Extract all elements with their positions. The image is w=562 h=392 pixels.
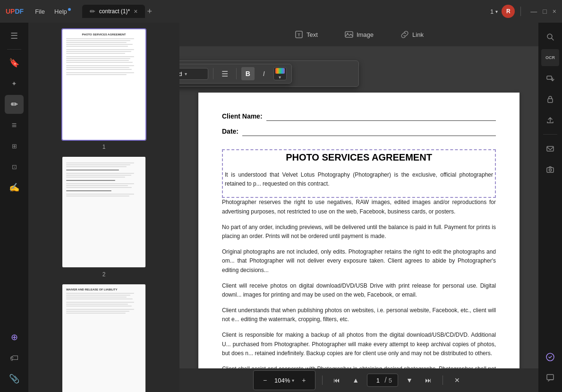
thumbnail-label-1: 1: [102, 144, 106, 150]
date-field: Date:: [222, 127, 496, 136]
menu-help[interactable]: Help: [54, 8, 71, 15]
thumbnail-page-1[interactable]: PHOTO SERVICES AGREEMENT: [34, 28, 174, 150]
font-name-dropdown[interactable]: AvenirNext-Bold ▾: [179, 68, 208, 80]
comment-icon[interactable]: [542, 369, 559, 386]
sidebar-layers-icon[interactable]: ⊕: [5, 328, 24, 347]
mail-icon[interactable]: [542, 140, 559, 157]
text-tool-icon: T: [294, 30, 304, 39]
pdf-paragraph-5: Client will receive photos on digital do…: [222, 281, 496, 299]
thumbnail-label-2: 2: [102, 271, 106, 278]
client-name-label: Client Name:: [222, 112, 263, 120]
main-area: ☰ 🔖 ✦ ✏ ≡ ⊞ ⊡ ✍ ⊕ 🏷 📎 PHOTO SERVICES AGR…: [0, 23, 562, 392]
text-align-button[interactable]: ☰: [218, 67, 231, 80]
color-chevron-icon: ▾: [279, 75, 281, 80]
minimize-button[interactable]: —: [530, 8, 537, 15]
page-chevron-icon[interactable]: ▾: [495, 9, 498, 14]
last-page-button[interactable]: ⏭: [421, 373, 436, 388]
svg-rect-7: [548, 99, 553, 102]
bold-button[interactable]: B: [241, 67, 255, 80]
thumbnail-frame-2: [61, 156, 146, 268]
new-tab-button[interactable]: +: [147, 7, 152, 17]
active-tab[interactable]: ✏ contract (1)* ×: [82, 5, 145, 18]
link-tool-icon: [400, 30, 409, 39]
font-name-chevron-icon: ▾: [185, 71, 187, 77]
color-picker-button[interactable]: ▾: [273, 67, 287, 80]
replace-icon[interactable]: [542, 70, 559, 87]
sidebar-stamp-icon[interactable]: ✦: [5, 74, 24, 93]
pdf-paragraph-6: Client understands that when publishing …: [222, 306, 496, 324]
share-icon[interactable]: [542, 111, 559, 128]
menu-bar: File Help: [35, 8, 71, 15]
svg-rect-11: [547, 375, 553, 380]
sidebar-clip-icon[interactable]: 📎: [5, 369, 24, 388]
pdf-content[interactable]: 12 ▾ AvenirNext-Bold ▾ ☰ B I ▾: [179, 46, 538, 368]
close-button[interactable]: ×: [553, 8, 556, 15]
thumbnail-page-2[interactable]: 2: [34, 156, 174, 278]
zoom-in-button[interactable]: +: [296, 373, 311, 388]
image-tool-button[interactable]: Image: [339, 27, 379, 42]
pdf-paragraph-4: Original photographs are not included, o…: [222, 247, 496, 275]
sidebar-divider: [7, 49, 21, 50]
close-search-button[interactable]: ✕: [450, 373, 465, 388]
user-avatar[interactable]: R: [502, 5, 515, 18]
svg-line-5: [552, 38, 553, 40]
pdf-title: PHOTO SERVICES AGREEMENT: [225, 152, 493, 163]
selected-text-box[interactable]: PHOTO SERVICES AGREEMENT It is understoo…: [222, 149, 496, 198]
thumbnail-page-3[interactable]: WAIVER AND RELEASE OF LIABILITY 3: [34, 283, 174, 392]
sidebar-view-icon[interactable]: ☰: [5, 26, 24, 45]
app-logo: UPDF: [6, 8, 24, 15]
svg-rect-8: [547, 146, 553, 151]
thumbnail-image-2: [62, 157, 145, 267]
client-name-value: [266, 111, 496, 121]
right-sidebar-divider: [543, 134, 557, 135]
bar-separator-1: [322, 375, 323, 385]
sidebar-edit-icon[interactable]: ✏: [5, 95, 24, 114]
toolbar-sep-1: [213, 68, 213, 79]
date-value: [242, 127, 496, 136]
tab-close-button[interactable]: ×: [134, 8, 137, 15]
next-page-button[interactable]: ▼: [402, 373, 417, 388]
search-right-icon[interactable]: [542, 28, 559, 45]
toolbar-sep-2: [236, 68, 237, 79]
page-separator: /: [384, 376, 386, 384]
text-format-toolbar: 12 ▾ AvenirNext-Bold ▾ ☰ B I ▾: [179, 60, 359, 87]
image-tool-icon: [344, 30, 354, 39]
pdf-page: Client Name: Date: PHOTO SERVICES AGREEM…: [198, 93, 519, 368]
sidebar-tag-icon[interactable]: 🏷: [5, 349, 24, 367]
separator: [520, 7, 521, 16]
page-input-group: / 5: [367, 374, 398, 387]
thumbnail-frame-1: PHOTO SERVICES AGREEMENT: [61, 28, 146, 141]
svg-rect-6: [547, 76, 552, 79]
window-controls: — □ ×: [530, 8, 556, 15]
tab-label: contract (1)*: [99, 8, 130, 15]
link-tool-button[interactable]: Link: [394, 27, 429, 42]
sidebar-sign-icon[interactable]: ✍: [5, 178, 24, 197]
ai-assistant-icon[interactable]: [542, 349, 559, 366]
zoom-out-button[interactable]: −: [257, 373, 272, 388]
first-page-button[interactable]: ⏮: [329, 373, 344, 388]
zoom-group: − 104% ▾ +: [253, 370, 315, 390]
maximize-button[interactable]: □: [543, 8, 546, 15]
date-label: Date:: [222, 128, 238, 135]
titlebar: UPDF File Help ✏ contract (1)* × + 1 ▾ R…: [0, 0, 562, 23]
menu-file[interactable]: File: [35, 8, 45, 15]
zoom-chevron-icon[interactable]: ▾: [292, 378, 294, 383]
thumbnail-panel: PHOTO SERVICES AGREEMENT: [28, 23, 179, 392]
snapshot-icon[interactable]: [542, 161, 559, 178]
color-swatch: [275, 68, 285, 74]
sidebar-list-icon[interactable]: ≡: [5, 116, 24, 135]
top-toolbar: T Text Image Link: [179, 23, 538, 46]
sidebar-bookmark-icon[interactable]: 🔖: [5, 53, 24, 72]
text-tool-button[interactable]: T Text: [289, 27, 324, 42]
tab-edit-icon: ✏: [90, 8, 95, 15]
sidebar-form-icon[interactable]: ⊡: [5, 157, 24, 176]
page-number-input[interactable]: [373, 377, 383, 384]
total-pages: 5: [389, 377, 392, 384]
prev-page-button[interactable]: ▲: [348, 373, 363, 388]
ocr-icon[interactable]: OCR: [541, 49, 559, 66]
sidebar-right: OCR: [538, 23, 562, 392]
italic-button[interactable]: I: [257, 67, 271, 80]
bar-separator-2: [443, 375, 443, 385]
sidebar-pages-icon[interactable]: ⊞: [5, 136, 24, 155]
protect-icon[interactable]: [542, 91, 559, 108]
